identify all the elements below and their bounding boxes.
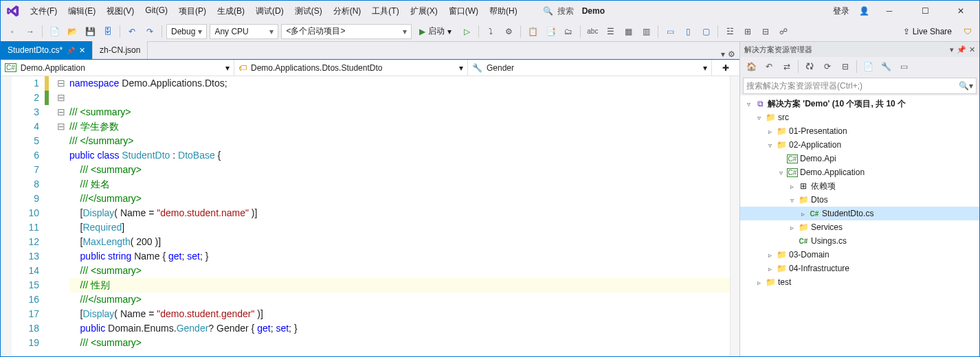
menu-item[interactable]: 项目(P) [174, 3, 211, 20]
new-project-button[interactable]: 📄 [47, 24, 62, 39]
tab-close-icon[interactable]: ✕ [79, 46, 85, 55]
sol-home-button[interactable]: 🏠 [743, 58, 759, 75]
menu-item[interactable]: 生成(B) [212, 3, 249, 20]
save-all-button[interactable]: 🗄 [100, 24, 115, 39]
menu-item[interactable]: 工具(T) [367, 3, 403, 20]
nav-member-combo[interactable]: 🔧 Gender▾ [468, 60, 712, 76]
tb-x1[interactable]: 📋 [525, 24, 540, 39]
maximize-button[interactable]: ☐ [909, 1, 941, 21]
nav-fwd-button[interactable]: → [23, 24, 38, 39]
class-icon: 🏷 [238, 63, 247, 73]
tab-settings-icon[interactable]: ⚙ [728, 49, 735, 59]
nav-project-combo[interactable]: C# Demo.Application▾ [1, 60, 234, 76]
tree-row[interactable]: ▹📁Services [740, 220, 979, 234]
step-button[interactable]: ⤵ [483, 24, 498, 39]
tb-b1[interactable]: ▭ [662, 24, 678, 39]
tree-icon: ⊞ [798, 181, 809, 192]
tb-a2[interactable]: ☰ [603, 24, 618, 39]
tb-c3[interactable]: ⊟ [758, 24, 773, 39]
tb-a4[interactable]: ▥ [638, 24, 654, 39]
tree-row[interactable]: ▹📁test [740, 275, 979, 289]
menu-item[interactable]: 帮助(H) [485, 3, 522, 20]
panel-close-icon[interactable]: ✕ [969, 45, 975, 54]
start-button[interactable]: ▶启动▾ [414, 24, 456, 39]
tree-row[interactable]: ▹📁04-Infrastructure [740, 262, 979, 275]
tree-row[interactable]: ▿📁src [740, 111, 979, 124]
glyph-margin [1, 76, 12, 356]
menu-item[interactable]: 文件(F) [25, 3, 62, 20]
sol-collapse-button[interactable]: ⊟ [837, 58, 854, 75]
pin-icon[interactable]: 📌 [957, 45, 966, 54]
sol-properties-button[interactable]: 🔧 [878, 58, 894, 75]
nav-type-combo[interactable]: 🏷 Demo.Applications.Dtos.StudentDto▾ [234, 60, 468, 76]
tb-c2[interactable]: ⊞ [740, 24, 755, 39]
tree-row[interactable]: ▿📁Dtos [740, 193, 979, 207]
save-button[interactable]: 💾 [82, 24, 98, 39]
tree-row[interactable]: ▿C#Demo.Application [740, 165, 979, 179]
panel-menu-icon[interactable]: ▾ [950, 45, 954, 54]
code-content[interactable]: namespace Demo.Applications.Dtos; /// <s… [67, 76, 739, 356]
solution-root[interactable]: ▿ ⧉ 解决方案 'Demo' (10 个项目, 共 10 个 [740, 97, 979, 111]
sol-refresh-button[interactable]: ⟳ [819, 58, 836, 75]
solution-search-input[interactable]: 搜索解决方案资源管理器(Ctrl+;) 🔍▾ [743, 78, 977, 94]
sol-sync-button[interactable]: 🗘 [801, 58, 818, 75]
tb-a1[interactable]: abc [585, 24, 600, 39]
user-icon[interactable]: 👤 [859, 6, 869, 16]
config-combo[interactable]: Debug▾ [166, 24, 207, 39]
tb-c1[interactable]: ☳ [722, 24, 737, 39]
tree-row[interactable]: ▹C#StudentDto.cs [740, 207, 979, 220]
menu-item[interactable]: 扩展(X) [405, 3, 443, 20]
menu-item[interactable]: 窗口(W) [444, 3, 483, 20]
overview-ruler[interactable] [730, 76, 739, 356]
tab-overflow-icon[interactable]: ▾ [721, 49, 725, 59]
solution-tree[interactable]: ▿ ⧉ 解决方案 'Demo' (10 个项目, 共 10 个 ▿📁src▹📁0… [740, 95, 979, 356]
tree-label: StudentDto.cs [822, 209, 873, 218]
open-button[interactable]: 📂 [65, 24, 80, 39]
tree-row[interactable]: ▹📁03-Domain [740, 248, 979, 262]
sol-preview-button[interactable]: ▭ [895, 58, 912, 75]
close-button[interactable]: ✕ [945, 1, 977, 21]
menu-item[interactable]: 分析(N) [328, 3, 366, 20]
tab-studentdto[interactable]: StudentDto.cs* 📌 ✕ [1, 41, 93, 59]
tree-row[interactable]: C#Demo.Api [740, 152, 979, 165]
undo-button[interactable]: ↶ [124, 24, 140, 39]
main-menu: 文件(F)编辑(E)视图(V)Git(G)项目(P)生成(B)调试(D)测试(S… [25, 3, 522, 20]
tree-row[interactable]: ▹📁01-Presentation [740, 124, 979, 138]
start-no-debug-button[interactable]: ▷ [459, 24, 474, 39]
code-editor[interactable]: 12345678910111213141516171819 ⊟ ⊟⊟ ⊟ nam… [1, 76, 739, 356]
sol-showall-button[interactable]: 📄 [860, 58, 876, 75]
tb-x2[interactable]: 📑 [543, 24, 558, 39]
tab-zhcn[interactable]: zh-CN.json [93, 41, 148, 59]
wrench-icon: 🔧 [472, 63, 482, 73]
fold-column[interactable]: ⊟ ⊟⊟ ⊟ [56, 76, 67, 356]
redo-button[interactable]: ↷ [142, 24, 157, 39]
admin-icon[interactable]: 🛡 [960, 24, 975, 39]
platform-combo[interactable]: Any CPU▾ [210, 24, 278, 39]
menu-item[interactable]: 测试(S) [290, 3, 327, 20]
nav-back-button[interactable]: ◦ [5, 24, 20, 39]
split-button[interactable]: ✚ [712, 60, 739, 76]
menu-item[interactable]: 视图(V) [102, 3, 139, 20]
tree-label: 04-Infrastructure [789, 264, 849, 273]
menu-item[interactable]: 调试(D) [251, 3, 289, 20]
menu-item[interactable]: 编辑(E) [63, 3, 100, 20]
tb-x3[interactable]: 🗂 [561, 24, 576, 39]
tb-b3[interactable]: ▢ [698, 24, 713, 39]
sol-switch-button[interactable]: ⇄ [779, 58, 795, 75]
tb-a3[interactable]: ▦ [621, 24, 636, 39]
config-button[interactable]: ⚙ [501, 24, 516, 39]
startup-combo[interactable]: <多个启动项目>▾ [281, 24, 412, 39]
liveshare-icon: ⇪ [903, 27, 910, 36]
sol-back-button[interactable]: ↶ [761, 58, 777, 75]
liveshare-button[interactable]: ⇪ Live Share [898, 27, 957, 36]
login-link[interactable]: 登录 [827, 4, 855, 19]
tree-row[interactable]: C#Usings.cs [740, 234, 979, 248]
tree-row[interactable]: ▿📁02-Application [740, 138, 979, 152]
title-search[interactable]: 🔍 搜索 [543, 5, 574, 17]
tb-c4[interactable]: ☍ [776, 24, 791, 39]
tree-row[interactable]: ▹⊞依赖项 [740, 179, 979, 193]
pin-icon[interactable]: 📌 [67, 47, 75, 54]
menu-item[interactable]: Git(G) [140, 3, 172, 20]
minimize-button[interactable]: ─ [873, 1, 905, 21]
tb-b2[interactable]: ▯ [680, 24, 695, 39]
